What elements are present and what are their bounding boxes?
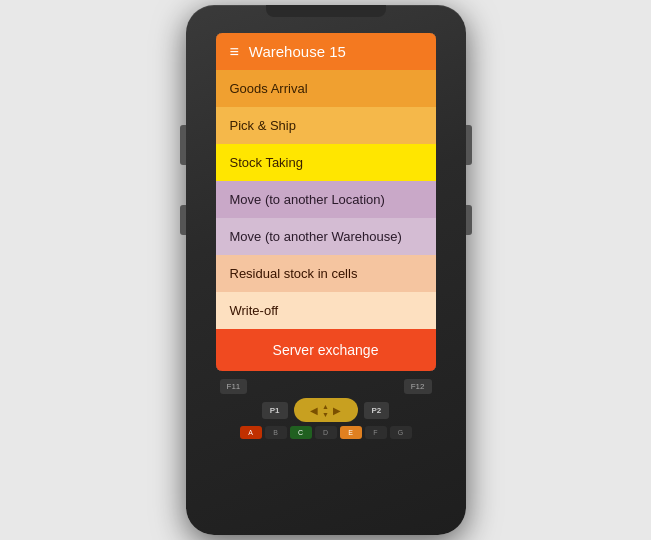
side-button-left-top[interactable] [180, 125, 186, 165]
menu-list: Goods Arrival Pick & Ship Stock Taking M… [216, 70, 436, 329]
server-exchange-button[interactable]: Server exchange [216, 329, 436, 371]
menu-item-goods-arrival[interactable]: Goods Arrival [216, 70, 436, 107]
alpha-d-button[interactable]: D [315, 426, 337, 439]
dpad-up-icon: ▲▼ [322, 403, 329, 418]
hamburger-icon[interactable]: ≡ [230, 44, 239, 60]
alpha-b-button[interactable]: B [265, 426, 287, 439]
dpad[interactable]: ◀ ▲▼ ▶ [294, 398, 358, 422]
alpha-e-button[interactable]: E [340, 426, 362, 439]
menu-item-writeoff[interactable]: Write-off [216, 292, 436, 329]
keypad-area: F11 F12 P1 ◀ ▲▼ ▶ P2 A B C D E F G [216, 379, 436, 439]
alpha-c-button[interactable]: C [290, 426, 312, 439]
alpha-row: A B C D E F G [216, 426, 436, 439]
menu-item-residual[interactable]: Residual stock in cells [216, 255, 436, 292]
menu-item-move-warehouse[interactable]: Move (to another Warehouse) [216, 218, 436, 255]
device-top-bump [266, 5, 386, 17]
nav-row: P1 ◀ ▲▼ ▶ P2 [216, 398, 436, 422]
handheld-device: ≡ Warehouse 15 Goods Arrival Pick & Ship… [186, 5, 466, 535]
menu-item-pick-ship[interactable]: Pick & Ship [216, 107, 436, 144]
dpad-left-icon: ◀ [310, 405, 318, 416]
fn11-button[interactable]: F11 [220, 379, 248, 394]
p2-button[interactable]: P2 [364, 402, 390, 419]
alpha-f-button[interactable]: F [365, 426, 387, 439]
app-title: Warehouse 15 [249, 43, 346, 60]
fn-row: F11 F12 [216, 379, 436, 394]
fn12-button[interactable]: F12 [404, 379, 432, 394]
app-header: ≡ Warehouse 15 [216, 33, 436, 70]
alpha-g-button[interactable]: G [390, 426, 412, 439]
p1-button[interactable]: P1 [262, 402, 288, 419]
side-button-right-mid[interactable] [466, 205, 472, 235]
menu-item-move-location[interactable]: Move (to another Location) [216, 181, 436, 218]
alpha-a-button[interactable]: A [240, 426, 262, 439]
side-button-right-top[interactable] [466, 125, 472, 165]
menu-item-stock-taking[interactable]: Stock Taking [216, 144, 436, 181]
device-screen: ≡ Warehouse 15 Goods Arrival Pick & Ship… [216, 33, 436, 371]
dpad-right-icon: ▶ [333, 405, 341, 416]
side-button-left-mid[interactable] [180, 205, 186, 235]
